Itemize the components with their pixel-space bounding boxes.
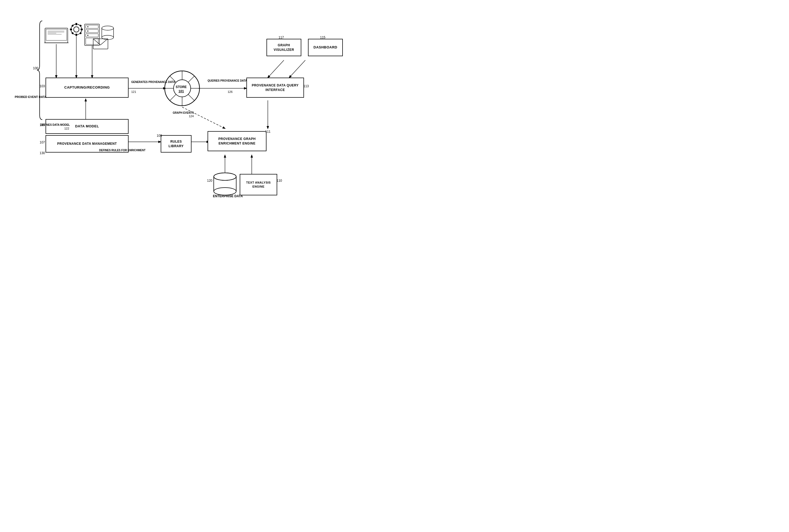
ref-111: 111: [265, 130, 271, 134]
svg-point-24: [87, 35, 88, 36]
svg-line-38: [182, 107, 225, 129]
capturing-recording-box: CAPTURING/RECORDING: [45, 78, 129, 98]
ref-110: 110: [277, 179, 282, 183]
ref-124: 124: [189, 115, 194, 118]
svg-rect-16: [79, 32, 82, 34]
svg-rect-12: [80, 28, 83, 30]
defines-rules-label: DEFINES RULES FOR ENRICHMENT: [99, 149, 145, 152]
svg-point-28: [102, 35, 113, 40]
svg-point-25: [102, 26, 113, 30]
text-analysis-box: TEXT ANALYSIS ENGINE: [240, 174, 277, 195]
svg-rect-18: [86, 25, 98, 28]
ref-100: 100: [33, 66, 38, 70]
text-analysis-label: TEXT ANALYSIS ENGINE: [241, 180, 276, 189]
ref-103: 103: [40, 84, 45, 88]
svg-point-57: [214, 188, 236, 195]
store-label: STORE101: [176, 85, 187, 93]
svg-rect-15: [72, 32, 74, 34]
query-interface-label: PROVENANCE DATA QUERY INTERFACE: [248, 83, 302, 92]
data-model-label: DATA MODEL: [75, 124, 99, 129]
svg-rect-19: [86, 30, 98, 33]
ref-107: 107: [40, 140, 45, 144]
ref-120: 120: [207, 179, 213, 183]
ref-105: 105: [40, 123, 45, 127]
probed-event-label: PROBED EVENT DATA: [15, 95, 47, 99]
svg-rect-21: [86, 38, 98, 44]
rules-library-box: RULES LIBRARY: [161, 135, 191, 153]
svg-rect-9: [75, 23, 77, 25]
enrichment-engine-box: PROVENANCE GRAPH ENRICHMENT ENGINE: [207, 131, 267, 151]
svg-line-43: [289, 60, 305, 78]
svg-point-54: [214, 173, 236, 180]
ref-121: 121: [131, 90, 136, 93]
graph-viz-box: GRAPH VISUALIZER: [267, 39, 301, 56]
svg-rect-29: [93, 39, 108, 49]
system-diagram: CAPTURING/RECORDING DATA MODEL PROVENANC…: [0, 0, 395, 266]
svg-rect-0: [45, 28, 68, 43]
query-interface-box: PROVENANCE DATA QUERY INTERFACE: [246, 78, 304, 98]
ref-117: 117: [278, 36, 284, 39]
ref-130: 130: [40, 151, 45, 155]
enterprise-data-label: ENTERPRISE DATA: [213, 194, 243, 198]
dashboard-box: DASHBOARD: [308, 39, 343, 56]
ref-126: 126: [228, 90, 233, 93]
ref-113: 113: [304, 84, 309, 88]
svg-point-8: [74, 27, 79, 32]
svg-line-42: [268, 60, 284, 78]
svg-line-51: [188, 94, 195, 101]
svg-rect-13: [72, 25, 74, 27]
provenance-mgmt-label: PROVENANCE DATA MANAGEMENT: [57, 141, 117, 146]
svg-rect-17: [85, 24, 99, 45]
dashboard-label: DASHBOARD: [314, 45, 337, 50]
svg-point-58: [214, 173, 236, 180]
svg-rect-1: [46, 29, 67, 40]
rules-library-label: RULES LIBRARY: [162, 139, 190, 149]
svg-rect-20: [86, 34, 98, 37]
generates-label: GENERATES PROVENANCE DATA: [131, 80, 175, 84]
svg-point-7: [71, 24, 82, 35]
svg-line-53: [170, 94, 176, 101]
svg-rect-11: [70, 28, 72, 30]
graph-events-label: GRAPH EVENTS: [173, 111, 194, 115]
svg-point-23: [87, 31, 88, 32]
svg-line-52: [188, 76, 195, 82]
svg-point-22: [87, 26, 88, 27]
graph-viz-label: GRAPH VISUALIZER: [268, 43, 300, 52]
ref-115: 115: [320, 36, 325, 39]
svg-rect-14: [79, 25, 82, 27]
svg-rect-10: [75, 34, 77, 36]
ref-109: 109: [157, 134, 162, 137]
enrichment-label: PROVENANCE GRAPH ENRICHMENT ENGINE: [209, 137, 265, 146]
queries-prov-label: QUERIES PROVENANCE DATA: [207, 79, 247, 82]
capturing-recording-label: CAPTURING/RECORDING: [64, 85, 110, 90]
ref-122: 122: [64, 127, 69, 130]
